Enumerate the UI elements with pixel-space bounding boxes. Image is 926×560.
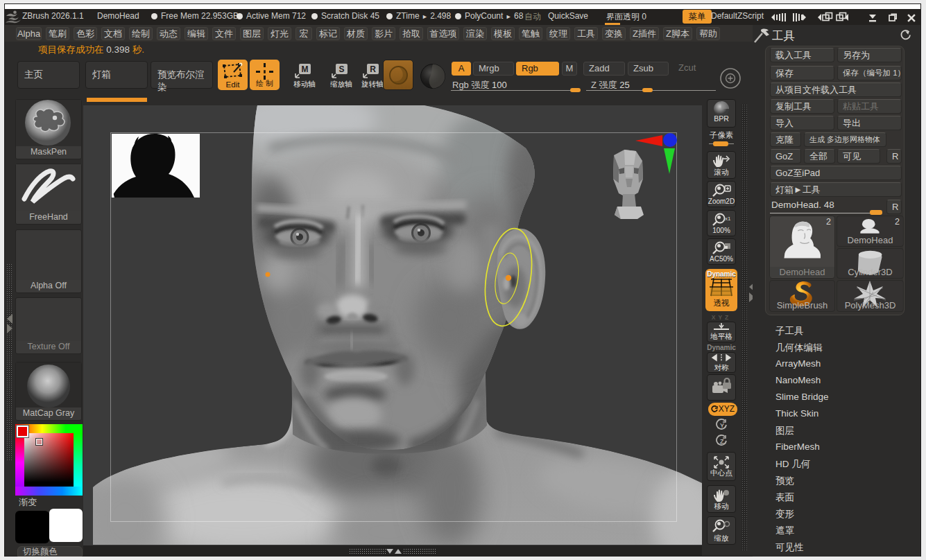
svg-text:S: S (338, 64, 344, 74)
svg-text:x1: x1 (725, 216, 731, 222)
svg-text:R: R (370, 64, 376, 74)
svg-text:Y: Y (720, 422, 724, 429)
svg-text:M: M (302, 64, 309, 74)
svg-text:Z: Z (720, 438, 724, 445)
